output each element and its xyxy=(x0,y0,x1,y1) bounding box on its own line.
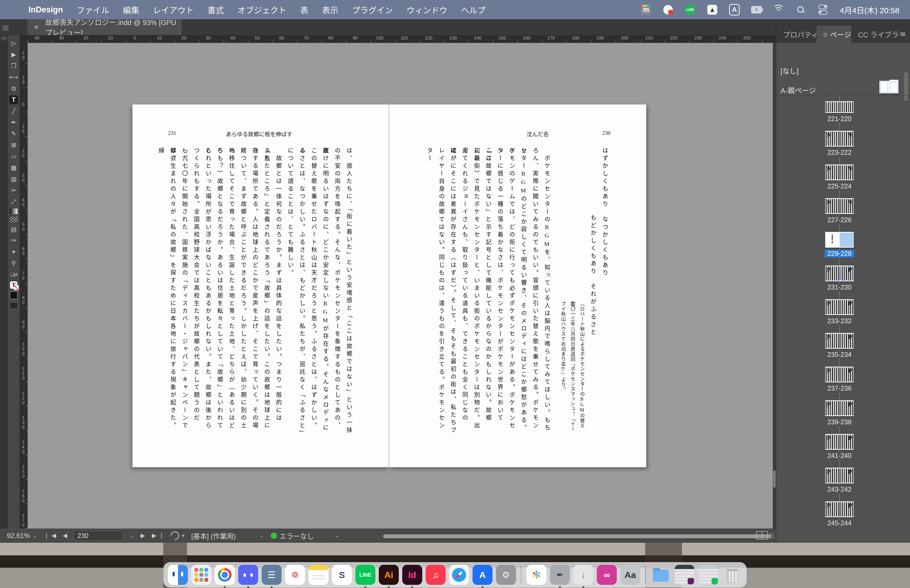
spread-thumbnail[interactable]: PP xyxy=(825,434,853,450)
menu-item-表[interactable]: 表 xyxy=(300,4,308,16)
panel-menu-icon[interactable]: ≡ xyxy=(901,26,910,43)
spread-item-237-236[interactable]: PP237-236 xyxy=(810,367,868,392)
gradient-feather-tool[interactable] xyxy=(10,216,18,222)
preflight-menu[interactable]: ▾ xyxy=(171,531,184,540)
spread-item-241-240[interactable]: PP241-240 xyxy=(810,434,868,460)
spread-item-229-228[interactable]: 229-228 xyxy=(810,232,868,257)
dock-music-icon[interactable]: ♫ xyxy=(426,565,446,585)
grid-tool[interactable]: ▥ xyxy=(9,174,18,183)
page-231[interactable]: 231 あらゆる故郷に根を伸ばす は、旅人たちに、「街に着いた」という安堵感と「… xyxy=(133,105,389,467)
camera-app-status-icon[interactable] xyxy=(663,5,673,15)
horizontal-ruler[interactable]: 4030201001020304050607080901001101201301… xyxy=(27,35,776,43)
window-resize-grip[interactable] xyxy=(768,533,775,539)
dock-slack-window-icon[interactable] xyxy=(674,565,695,585)
metronome-status-icon[interactable]: ▲ xyxy=(707,5,718,15)
gradient-tool[interactable] xyxy=(10,208,18,214)
input-source-status-icon[interactable]: A xyxy=(729,5,740,15)
vertical-scrollbar-thumb[interactable] xyxy=(773,470,776,488)
error-chevron-icon[interactable]: ⌄ xyxy=(335,533,339,539)
page-number-field[interactable]: 230 xyxy=(74,531,123,540)
spread-label[interactable]: 223-222 xyxy=(825,149,854,156)
spread-item-243-242[interactable]: PP243-242 xyxy=(810,468,868,493)
panel-tab-プロパティ[interactable]: プロパティ xyxy=(776,26,816,43)
menu-item-プラグイン[interactable]: プラグイン xyxy=(352,4,393,16)
ruler-corner[interactable] xyxy=(20,35,28,43)
frame-tool[interactable]: ⊠ xyxy=(9,141,18,150)
dock-creative-cloud-icon[interactable]: ∞ xyxy=(597,565,617,585)
menu-item-ウィンドウ[interactable]: ウィンドウ xyxy=(407,4,448,16)
spread-label[interactable]: 245-244 xyxy=(825,519,854,527)
menu-item-書式[interactable]: 書式 xyxy=(207,4,224,16)
spread-item-225-224[interactable]: NN225-224 xyxy=(810,165,868,190)
page-230[interactable]: 沈んだ名 230 はずかしくもあり なつかしくもありもどかしくもあり それがふる… xyxy=(390,105,646,467)
rectangle-tool[interactable]: ▭ xyxy=(9,152,18,161)
hand-tool[interactable]: ✦ xyxy=(9,247,18,256)
spread-thumbnail[interactable]: PP xyxy=(825,468,853,483)
dock-downloader-app-icon[interactable]: ↓ xyxy=(574,565,593,585)
text-color-indicator[interactable]: T xyxy=(10,281,18,289)
spread-item-239-238[interactable]: PP239-238 xyxy=(810,400,868,426)
spread-label[interactable]: 237-236 xyxy=(825,384,854,392)
fill-indicator[interactable] xyxy=(10,291,18,299)
document-canvas[interactable]: 231 あらゆる故郷に根を伸ばす は、旅人たちに、「街に着いた」という安堵感と「… xyxy=(27,43,773,528)
page-field-chevron-icon[interactable]: ⌄ xyxy=(129,533,134,539)
battery-status-icon[interactable]: ⚡ xyxy=(751,5,762,15)
spread-thumbnail[interactable]: PP xyxy=(825,367,853,383)
zoom-tool[interactable]: ⚲ xyxy=(9,259,18,268)
right-page-text[interactable]: はずかしくもあり なつかしくもありもどかしくもあり それがふるさと（ロバート秋山… xyxy=(435,147,610,437)
spread-thumbnail[interactable]: PP xyxy=(825,400,853,416)
spread-label[interactable]: 225-224 xyxy=(825,183,854,190)
dock-scrivener-icon[interactable]: S xyxy=(332,565,352,585)
line-tool[interactable]: ╱ xyxy=(9,107,18,116)
scissors-tool[interactable]: ✂ xyxy=(9,186,18,195)
error-status[interactable]: エラーなし xyxy=(271,531,314,541)
dock-line-window-icon[interactable] xyxy=(698,565,719,585)
dock-launchpad-icon[interactable] xyxy=(191,565,212,585)
spread-item-245-244[interactable]: PP245-244 xyxy=(810,501,868,527)
dock-memo-app-icon[interactable]: ☰ xyxy=(262,565,282,585)
line-status-icon[interactable]: LINE xyxy=(685,5,695,15)
spread-item-221-220[interactable]: 221-220 xyxy=(810,97,868,123)
spread-thumbnail[interactable]: PP xyxy=(825,501,853,517)
dock-safari-icon[interactable] xyxy=(449,565,469,585)
direct-selection-tool[interactable]: ▶ xyxy=(9,50,18,59)
spread-item-231-230[interactable]: PP231-230 xyxy=(810,266,868,291)
menu-item-編集[interactable]: 編集 xyxy=(123,4,139,16)
dock-editor-app-icon[interactable]: ✒ xyxy=(550,565,570,585)
dock-notes-icon[interactable] xyxy=(309,565,329,585)
spread-label[interactable]: 241-240 xyxy=(825,452,854,460)
panel-scrollbar-thumb[interactable] xyxy=(904,72,908,101)
last-page-button[interactable]: ▶❘ xyxy=(152,532,164,539)
master-a-row[interactable]: A-親ページ xyxy=(776,77,910,97)
m-app-status-icon[interactable]: m xyxy=(641,5,651,15)
close-tab-icon[interactable]: × xyxy=(34,23,39,31)
dock-system-settings-icon[interactable]: ⚙ xyxy=(496,565,516,585)
screen-mode-button[interactable] xyxy=(9,302,18,309)
menu-item-ヘルプ[interactable]: ヘルプ xyxy=(461,4,485,16)
vertical-scrollbar[interactable] xyxy=(773,43,776,528)
dock-illustrator-icon[interactable]: Ai xyxy=(379,565,399,585)
next-page-button[interactable]: ▶ xyxy=(141,532,145,539)
spread-thumbnail[interactable]: PP xyxy=(825,299,853,315)
menu-item-レイアウト[interactable]: レイアウト xyxy=(153,4,194,16)
vertical-ruler[interactable]: 2010010203040506070809010011012013014015… xyxy=(20,43,28,528)
dock-chrome-icon[interactable] xyxy=(215,565,235,585)
spread-item-223-222[interactable]: NN223-222 xyxy=(810,131,868,156)
spread-thumbnail[interactable]: NN xyxy=(825,165,853,180)
spread-item-235-234[interactable]: PP235-234 xyxy=(810,333,868,359)
spread-label[interactable]: 239-238 xyxy=(825,418,854,426)
preflight-profile-dropdown[interactable]: [基本] (作業用) xyxy=(191,531,236,541)
menu-item-表示[interactable]: 表示 xyxy=(322,4,338,16)
panel-tab-CC ライブラリ[interactable]: CC ライブラリ xyxy=(851,26,901,43)
spread-label[interactable]: 243-242 xyxy=(825,486,854,493)
horizontal-scrollbar[interactable] xyxy=(383,534,771,538)
dock-trash-icon[interactable] xyxy=(722,565,742,585)
spread-thumbnail[interactable]: NN xyxy=(825,131,853,147)
control-center-status-icon[interactable] xyxy=(818,5,828,15)
app-menu-indesign[interactable]: InDesign xyxy=(28,5,63,15)
fill-stroke-swap[interactable]: ❏⇄ xyxy=(9,270,18,279)
spread-thumbnail[interactable] xyxy=(825,232,853,248)
dock-discord-icon[interactable] xyxy=(238,565,258,585)
gap-tool[interactable]: ⟷ xyxy=(9,73,18,82)
dock-line-icon[interactable]: LINE xyxy=(356,565,375,585)
